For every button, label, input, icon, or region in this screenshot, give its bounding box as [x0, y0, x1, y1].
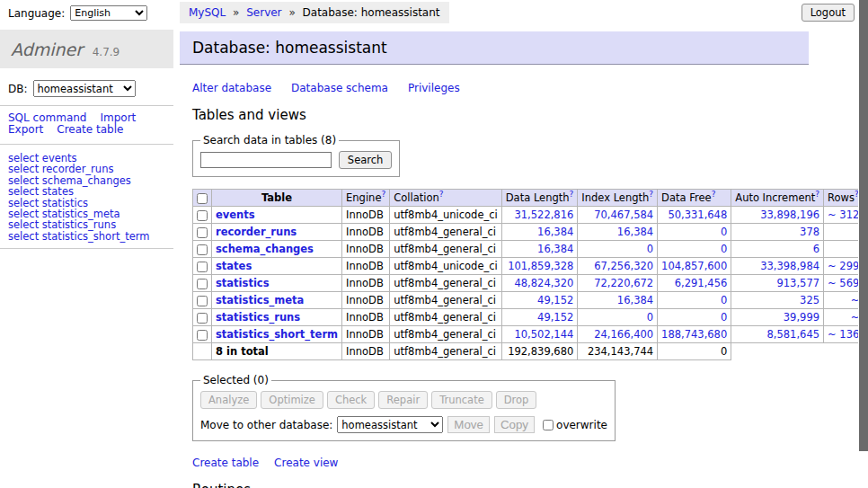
analyze-button[interactable]: Analyze [200, 391, 257, 409]
engine-cell: InnoDB [342, 309, 390, 326]
optimize-button[interactable]: Optimize [261, 391, 323, 409]
help-link[interactable]: ? [815, 190, 819, 199]
search-input[interactable] [200, 152, 332, 168]
index-length-link[interactable]: 16,384 [617, 294, 653, 306]
data-free-link[interactable]: 188,743,680 [661, 328, 727, 341]
row-checkbox[interactable] [197, 210, 208, 221]
select-all-checkbox[interactable] [197, 193, 208, 204]
auto-increment-link[interactable]: 913,577 [776, 277, 819, 289]
row-checkbox-cell [193, 224, 212, 241]
db-select[interactable]: homeassistant [33, 80, 136, 97]
data-free-link[interactable]: 6,291,456 [675, 277, 728, 289]
link-create-view[interactable]: Create view [274, 457, 338, 469]
sidebar-links: SQL commandImportExportCreate table [0, 106, 173, 145]
auto-increment-link[interactable]: 33,398,984 [760, 260, 819, 272]
link-alter-database[interactable]: Alter database [192, 82, 271, 94]
link-database-schema[interactable]: Database schema [291, 82, 388, 94]
move-db-select[interactable]: homeassistant [337, 416, 443, 433]
table-link-events[interactable]: events [216, 209, 255, 221]
sidebar-link-sql-command[interactable]: SQL command [8, 111, 86, 124]
truncate-button[interactable]: Truncate [431, 391, 492, 409]
data-length-link[interactable]: 16,384 [537, 243, 573, 255]
sidebar-item-select-recorder-runs[interactable]: select recorder_runs [8, 164, 173, 174]
data-length-link[interactable]: 16,384 [537, 226, 573, 238]
data-length-link[interactable]: 49,152 [537, 311, 573, 324]
repair-button[interactable]: Repair [378, 391, 428, 409]
table-link-statistics[interactable]: statistics [216, 277, 270, 289]
data-length-link[interactable]: 31,522,816 [514, 209, 573, 221]
link-privileges[interactable]: Privileges [408, 82, 460, 94]
engine-cell: InnoDB [342, 275, 390, 292]
table-link-statistics-runs[interactable]: statistics_runs [216, 311, 300, 324]
row-checkbox[interactable] [197, 313, 208, 324]
auto-increment-link[interactable]: 325 [800, 294, 819, 306]
move-button[interactable]: Move [447, 416, 490, 433]
scrollbar-thumb[interactable] [859, 0, 868, 451]
row-checkbox[interactable] [197, 262, 208, 272]
data-length-link[interactable]: 48,824,320 [514, 277, 573, 289]
row-checkbox[interactable] [197, 227, 208, 238]
table-link-states[interactable]: states [216, 260, 252, 272]
data-free-link[interactable]: 0 [721, 311, 727, 324]
language-select[interactable]: English [70, 5, 147, 21]
data-length-link[interactable]: 49,152 [537, 294, 573, 306]
index-length-link[interactable]: 70,467,584 [594, 209, 653, 221]
row-checkbox[interactable] [197, 279, 208, 289]
breadcrumb-link-mysql[interactable]: MySQL [189, 6, 226, 19]
table-link-recorder-runs[interactable]: recorder_runs [216, 226, 297, 238]
row-checkbox[interactable] [197, 330, 208, 341]
overwrite-checkbox[interactable] [543, 420, 554, 430]
help-link[interactable]: ? [381, 190, 385, 199]
column-header-data-length: Data Length? [501, 190, 578, 207]
data-length-link[interactable]: 10,502,144 [514, 328, 573, 341]
sidebar-item-select-statistics-short-term[interactable]: select statistics_short_term [8, 231, 173, 242]
sidebar-link-create-table[interactable]: Create table [57, 123, 123, 136]
auto-increment-link[interactable]: 33,898,196 [760, 209, 819, 221]
table-link-statistics-short-term[interactable]: statistics_short_term [216, 328, 338, 341]
table-link-schema-changes[interactable]: schema_changes [216, 243, 314, 255]
auto-increment-link[interactable]: 378 [800, 226, 819, 238]
check-button[interactable]: Check [327, 391, 375, 409]
index-length-link[interactable]: 0 [647, 243, 653, 255]
auto-increment-link[interactable]: 8,581,645 [767, 328, 820, 341]
data-free-link[interactable]: 0 [721, 294, 727, 306]
auto-increment-link[interactable]: 39,999 [784, 311, 819, 324]
drop-button[interactable]: Drop [496, 391, 537, 409]
sidebar-item-select-statistics-runs[interactable]: select statistics_runs [8, 219, 173, 230]
index-length-link[interactable]: 72,220,672 [594, 277, 653, 289]
sidebar-item-select-states[interactable]: select states [8, 186, 173, 197]
index-length-link[interactable]: 16,384 [617, 226, 653, 238]
data-length-cell: 49,152 [501, 309, 578, 326]
data-length-cell: 10,502,144 [501, 326, 578, 343]
index-length-link[interactable]: 24,166,400 [594, 328, 653, 341]
help-link[interactable]: ? [649, 190, 653, 199]
breadcrumb-link-server[interactable]: Server [246, 6, 281, 19]
auto-increment-link[interactable]: 6 [813, 243, 819, 255]
help-link[interactable]: ? [712, 190, 716, 199]
table-link-statistics-meta[interactable]: statistics_meta [216, 294, 304, 306]
data-free-link[interactable]: 104,857,600 [661, 260, 727, 272]
data-free-link[interactable]: 0 [721, 226, 727, 238]
help-link[interactable]: ? [439, 190, 444, 199]
engine-cell: InnoDB [342, 224, 390, 241]
auto-increment-cell: 39,999 [731, 309, 824, 326]
data-free-cell: 50,331,648 [658, 207, 731, 224]
copy-button[interactable]: Copy [494, 416, 535, 433]
engine-cell: InnoDB [342, 241, 390, 258]
sidebar-link-import[interactable]: Import [100, 111, 136, 124]
data-free-link[interactable]: 0 [721, 243, 727, 255]
table-row-states: statesInnoDButf8mb4_unicode_ci101,859,32… [193, 258, 868, 275]
link-create-table[interactable]: Create table [192, 457, 259, 469]
data-free-link[interactable]: 50,331,648 [668, 209, 727, 221]
column-header-auto-increment: Auto Increment? [731, 190, 824, 207]
data-length-link[interactable]: 101,859,328 [508, 260, 573, 272]
help-link[interactable]: ? [570, 190, 574, 199]
index-length-link[interactable]: 0 [647, 311, 653, 324]
sidebar-link-export[interactable]: Export [8, 123, 43, 136]
vertical-scrollbar[interactable] [858, 0, 868, 488]
overwrite-option[interactable]: overwrite [543, 419, 607, 431]
search-button[interactable]: Search [339, 151, 393, 169]
row-checkbox[interactable] [197, 296, 208, 306]
index-length-link[interactable]: 67,256,320 [594, 260, 653, 272]
row-checkbox[interactable] [197, 244, 208, 255]
